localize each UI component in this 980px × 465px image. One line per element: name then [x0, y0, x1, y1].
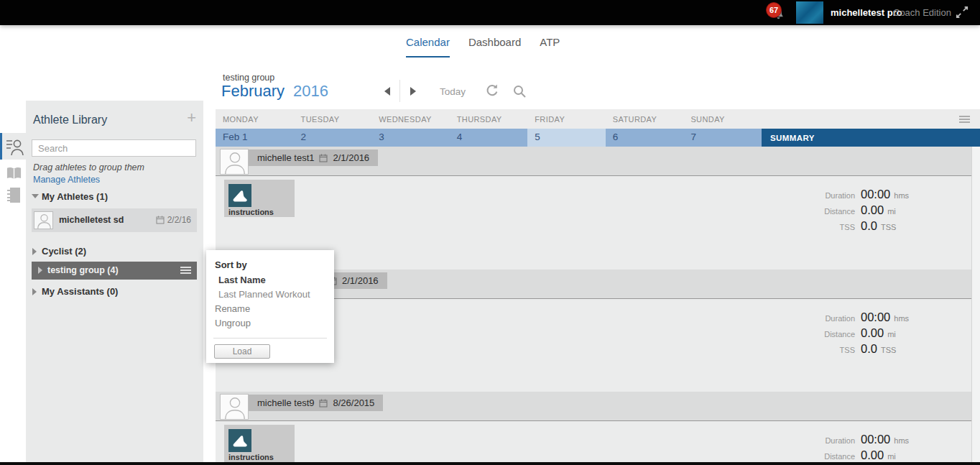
summary-metrics: Duration 00:00 hms Distance 0.00 mi TSS … [762, 433, 971, 465]
tab-atp[interactable]: ATP [540, 36, 560, 57]
distance-value: 0.00 [861, 448, 884, 462]
person-icon [221, 395, 249, 419]
menu-item-last-name[interactable]: Last Name [218, 275, 266, 285]
day-header: WEDNESDAY [371, 109, 450, 129]
group-my-athletes[interactable]: My Athletes (1) [26, 191, 203, 207]
today-button[interactable]: Today [440, 86, 466, 97]
menu-item-rename[interactable]: Rename [215, 303, 250, 314]
date-cell-4[interactable]: 4 [450, 129, 528, 147]
date-cell-5[interactable]: 5 [527, 129, 606, 147]
user-avatar[interactable] [796, 1, 823, 24]
distance-value: 0.00 [861, 203, 884, 217]
date-cell-6[interactable]: 6 [606, 129, 684, 147]
athlete-row[interactable]: michelletest sd 2/2/16 [32, 208, 197, 232]
panel-title: Athlete Library [33, 114, 107, 126]
athlete-date: 2/1/2016 [342, 275, 379, 286]
summary-metrics: Duration 00:00 hms Distance 0.00 mi TSS … [762, 188, 971, 235]
manage-athletes-link[interactable]: Manage Athletes [33, 175, 100, 185]
bottom-window-edge [0, 462, 980, 465]
summary-metrics: Duration 00:00 hms Distance 0.00 mi TSS … [762, 310, 971, 358]
distance-label: Distance [762, 330, 855, 339]
top-bar: 67 michelletest pro Coach Edition [0, 0, 980, 25]
athlete-avatar[interactable] [220, 149, 249, 175]
workout-title: instructions [228, 208, 274, 216]
group-my-assistants[interactable]: My Assistants (0) [26, 286, 203, 302]
date-cell-2[interactable]: 2 [294, 129, 372, 147]
duration-label: Duration [762, 314, 855, 323]
menu-item-ungroup[interactable]: Ungroup [215, 318, 251, 328]
refresh-icon[interactable] [485, 83, 499, 98]
prev-week-button[interactable] [384, 87, 390, 96]
distance-unit: mi [887, 207, 896, 216]
search-icon[interactable] [513, 85, 526, 98]
tab-calendar[interactable]: Calendar [406, 36, 450, 57]
group-menu-icon[interactable] [180, 267, 191, 275]
left-rail [0, 25, 26, 465]
day-header: THURSDAY [450, 109, 528, 129]
distance-value: 0.00 [861, 326, 884, 340]
menu-item-last-planned-workout[interactable]: Last Planned Workout [218, 289, 310, 300]
athlete-name: michelle test9 [257, 397, 314, 408]
nav-divider [399, 80, 400, 102]
load-button[interactable]: Load [214, 344, 270, 359]
tab-dashboard[interactable]: Dashboard [468, 36, 521, 57]
expand-icon[interactable] [956, 6, 969, 19]
group-cyclist[interactable]: Cyclist (2) [26, 246, 203, 262]
workout-card[interactable]: instructions [224, 425, 295, 462]
calendar-icon [319, 399, 328, 408]
journal-icon[interactable] [6, 187, 22, 203]
tss-value: 0.0 [861, 219, 877, 233]
group-testing-group-selected[interactable]: testing group (4) [32, 262, 197, 280]
next-week-button[interactable] [410, 87, 416, 96]
drag-hint-text: Drag athletes to group them [33, 162, 144, 172]
duration-unit: hms [894, 191, 909, 200]
workout-title: instructions [228, 453, 274, 461]
distance-unit: mi [887, 330, 896, 339]
right-gutter [971, 147, 980, 462]
date-cell-7[interactable]: 7 [683, 129, 762, 147]
athlete-date: 8/26/2015 [333, 397, 374, 408]
tss-unit: TSS [881, 223, 896, 231]
month-label: February [221, 82, 285, 100]
calendar-icon [156, 216, 165, 224]
person-icon [221, 149, 249, 174]
duration-label: Duration [762, 436, 855, 445]
athlete-name-badge[interactable]: michelle test9 8/26/2015 [249, 395, 383, 411]
calendar-options-icon[interactable] [959, 116, 970, 124]
athlete-name: michelletest sd [59, 215, 124, 225]
group-label: My Athletes (1) [42, 191, 108, 202]
add-group-button[interactable]: + [187, 110, 196, 126]
duration-value: 00:00 [861, 433, 890, 446]
chevron-down-icon [32, 194, 39, 198]
person-icon [34, 212, 54, 229]
running-shoe-icon [228, 184, 251, 207]
date-cell-3[interactable]: 3 [371, 129, 450, 147]
athlete-last-workout-date: 2/2/16 [156, 215, 191, 225]
chevron-right-icon [38, 267, 42, 274]
distance-label: Distance [762, 207, 855, 216]
date-cell-feb1[interactable]: Feb 1 [216, 129, 294, 147]
athlete-name-badge[interactable]: michelle test1 2/1/2016 [249, 149, 378, 166]
sort-by-header: Sort by [215, 259, 247, 270]
day-header: FRIDAY [527, 109, 606, 129]
trainingpeaks-app: 67 michelletest pro Coach Edition Calend… [0, 0, 980, 465]
search-input[interactable] [32, 139, 196, 157]
month-title: February2016 [221, 82, 328, 101]
year-label: 2016 [293, 82, 328, 100]
athlete-date: 2/1/2016 [333, 152, 369, 163]
athlete-name: michelle test1 [257, 152, 314, 163]
workout-card[interactable]: instructions [224, 180, 295, 217]
athlete-library-icon[interactable] [5, 137, 24, 156]
edition-label: Coach Edition [893, 7, 951, 18]
chevron-right-icon [32, 288, 37, 295]
athlete-header-row: michelle test9 8/26/2015 [216, 392, 971, 421]
menu-divider [213, 338, 327, 339]
duration-value: 00:00 [861, 188, 890, 201]
user-name[interactable]: michelletest pro [831, 7, 902, 18]
calendar-icon [319, 154, 328, 162]
athlete-avatar[interactable] [220, 394, 249, 420]
tss-value: 0.0 [861, 342, 877, 356]
library-book-icon[interactable] [6, 166, 22, 180]
notification-badge[interactable]: 67 [766, 2, 782, 18]
date-text: 2/2/16 [167, 215, 191, 225]
